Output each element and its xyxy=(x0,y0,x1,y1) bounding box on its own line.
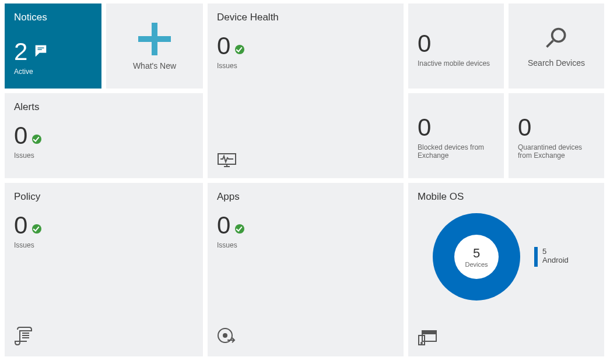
svg-point-16 xyxy=(421,342,422,344)
inactive-value: 0 xyxy=(418,31,495,56)
alerts-tile[interactable]: Alerts 0 Issues xyxy=(5,93,203,178)
apps-value: 0 xyxy=(217,213,230,238)
quarantined-value: 0 xyxy=(518,115,595,140)
blocked-value: 0 xyxy=(418,115,495,140)
svg-point-6 xyxy=(552,29,565,42)
quarantined-label: Quarantined devices from Exchange xyxy=(518,143,595,160)
svg-line-7 xyxy=(547,41,553,47)
check-icon xyxy=(32,224,41,234)
svg-point-12 xyxy=(223,334,227,337)
policy-tile[interactable]: Policy 0 Issues xyxy=(5,183,203,356)
notices-value: 2 xyxy=(14,40,27,64)
notices-label: Active xyxy=(14,68,92,76)
legend-color-swatch xyxy=(534,247,538,267)
donut-total-label: Devices xyxy=(465,261,488,268)
quarantined-devices-tile[interactable]: 0 Quarantined devices from Exchange xyxy=(509,93,604,178)
monitor-icon xyxy=(217,153,237,170)
device-health-label: Issues xyxy=(217,62,394,70)
inactive-label: Inactive mobile devices xyxy=(418,59,495,68)
alerts-title: Alerts xyxy=(14,101,194,113)
device-health-tile[interactable]: Device Health 0 Issues xyxy=(208,3,404,178)
chat-icon xyxy=(34,44,47,54)
apps-tile[interactable]: Apps 0 Issues xyxy=(208,183,404,356)
apps-title: Apps xyxy=(217,191,394,203)
search-devices-tile[interactable]: Search Devices xyxy=(509,3,604,89)
check-icon xyxy=(235,224,244,234)
policy-value: 0 xyxy=(14,213,27,238)
disc-arrow-icon xyxy=(217,327,237,348)
blocked-label: Blocked devices from Exchange xyxy=(418,143,495,160)
plus-icon xyxy=(138,23,171,55)
inactive-devices-tile[interactable]: 0 Inactive mobile devices xyxy=(408,3,504,89)
legend-value: 5 xyxy=(542,247,569,256)
apps-label: Issues xyxy=(217,241,394,249)
whats-new-tile[interactable]: What's New xyxy=(106,3,203,89)
notices-tile[interactable]: Notices 2 Active xyxy=(5,3,101,89)
whats-new-label: What's New xyxy=(133,61,176,70)
mobile-os-tile[interactable]: Mobile OS 5 Devices 5 Android xyxy=(408,183,604,356)
blocked-devices-tile[interactable]: 0 Blocked devices from Exchange xyxy=(408,93,504,178)
policy-title: Policy xyxy=(14,191,194,203)
chart-legend: 5 Android xyxy=(534,247,569,267)
donut-total-value: 5 xyxy=(473,246,480,261)
donut-chart: 5 Devices xyxy=(433,213,520,301)
svg-rect-0 xyxy=(36,46,46,52)
device-health-value: 0 xyxy=(217,34,230,58)
policy-label: Issues xyxy=(14,241,194,249)
device-health-title: Device Health xyxy=(217,12,394,23)
mobile-os-title: Mobile OS xyxy=(418,191,595,203)
check-icon xyxy=(32,135,41,144)
check-icon xyxy=(235,45,244,54)
legend-label: Android xyxy=(542,256,569,264)
alerts-label: Issues xyxy=(14,151,194,160)
search-devices-label: Search Devices xyxy=(528,58,585,68)
svg-rect-14 xyxy=(422,331,436,334)
search-icon xyxy=(544,26,569,54)
scroll-icon xyxy=(14,326,33,348)
devices-icon xyxy=(418,330,437,348)
alerts-value: 0 xyxy=(14,123,27,148)
notices-title: Notices xyxy=(14,12,92,23)
